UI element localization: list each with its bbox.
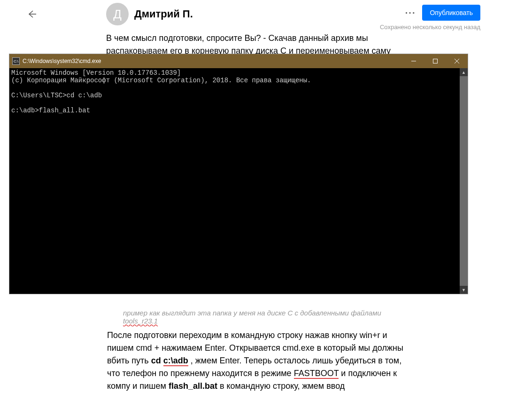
scroll-thumb[interactable]: [460, 76, 468, 292]
author-name: Дмитрий П.: [134, 8, 193, 20]
editor-header: Д Дмитрий П. ··· Опубликовать Сохранено …: [0, 0, 532, 28]
article-paragraph-top[interactable]: В чем смысл подготовки, спросите Вы? - С…: [106, 32, 407, 57]
maximize-button[interactable]: [424, 54, 446, 68]
cmd-body: Microsoft Windows [Version 10.0.17763.10…: [9, 68, 468, 294]
cmd-window: C:\ C:\Windows\system32\cmd.exe Microsof…: [9, 54, 468, 294]
caption-link[interactable]: tools_r23.1: [123, 317, 158, 325]
article-paragraph-bottom[interactable]: После подготовки переходим в командную с…: [107, 329, 408, 393]
publish-button[interactable]: Опубликовать: [422, 5, 480, 21]
cmd-window-title: C:\Windows\system32\cmd.exe: [23, 58, 403, 64]
fastboot-text: FASTBOOT: [294, 369, 339, 379]
caption-text: пример как выглядит эта папка у меня на …: [123, 309, 381, 317]
back-arrow-icon[interactable]: [26, 8, 37, 22]
author-block: Д Дмитрий П.: [106, 3, 193, 25]
cmd-scrollbar[interactable]: ▲ ▼: [460, 68, 468, 294]
save-status-text: Сохранено несколько секунд назад: [380, 24, 480, 31]
cmd-app-icon: C:\: [12, 57, 20, 65]
scroll-down-icon[interactable]: ▼: [460, 286, 468, 294]
cmd-window-controls: [403, 54, 468, 68]
avatar[interactable]: Д: [106, 3, 129, 25]
more-menu-icon[interactable]: ···: [405, 8, 416, 18]
text-segment: в командную строку, жмем ввод: [220, 381, 345, 391]
scroll-up-icon[interactable]: ▲: [460, 68, 468, 76]
image-caption[interactable]: пример как выглядит эта папка у меня на …: [123, 309, 405, 325]
svg-rect-1: [433, 59, 438, 63]
close-button[interactable]: [446, 54, 468, 68]
cmd-output[interactable]: Microsoft Windows [Version 10.0.17763.10…: [9, 68, 460, 294]
flash-cmd-text: flash_all.bat: [169, 381, 217, 391]
cmd-cd-text: cd: [151, 356, 161, 365]
cmd-path-text: c:\adb: [163, 356, 188, 366]
header-actions: ··· Опубликовать Сохранено несколько сек…: [380, 5, 480, 31]
minimize-button[interactable]: [403, 54, 424, 68]
cmd-titlebar[interactable]: C:\ C:\Windows\system32\cmd.exe: [9, 54, 468, 68]
